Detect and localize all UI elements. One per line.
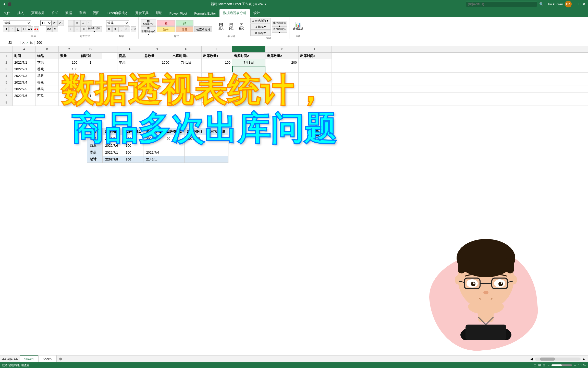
cell-j1[interactable]: 出库时间2 bbox=[232, 53, 265, 59]
cell-h2[interactable]: 7月1日 bbox=[171, 59, 202, 66]
col-header-h[interactable]: H bbox=[171, 46, 202, 52]
tab-data[interactable]: 数据 bbox=[62, 9, 76, 17]
pivot-t2-total[interactable]: 2145/... bbox=[143, 156, 164, 163]
tab-review[interactable]: 审阅 bbox=[76, 9, 89, 17]
pivot-q1-total[interactable]: 300 bbox=[123, 156, 143, 163]
title-bar-tools[interactable]: ⬛ bbox=[7, 2, 11, 6]
align-center-button[interactable]: ≡ bbox=[74, 26, 80, 32]
cell-i2[interactable]: 100 bbox=[202, 59, 232, 66]
tab-pivot-analyze[interactable]: 数据透视表分析 bbox=[219, 9, 250, 17]
decrease-font-button[interactable]: A↓ bbox=[58, 20, 64, 26]
cell-b4[interactable]: 苹果 bbox=[36, 73, 59, 79]
zoom-slider[interactable] bbox=[552, 364, 572, 366]
col-header-g[interactable]: G bbox=[143, 46, 171, 52]
wrap-text-button[interactable]: ↵ bbox=[87, 20, 92, 26]
tab-excel-learn[interactable]: Excel自学成才 bbox=[103, 9, 132, 17]
cell-b8[interactable] bbox=[36, 99, 59, 106]
italic-button[interactable]: I bbox=[9, 26, 15, 32]
increase-decimal-button[interactable]: .0→ bbox=[125, 26, 130, 32]
cell-a2[interactable]: 2022/7/1 bbox=[13, 59, 36, 66]
window-close[interactable]: ✕ bbox=[582, 2, 585, 6]
font-color-button[interactable]: A▼ bbox=[34, 26, 39, 32]
tab-help[interactable]: 帮助 bbox=[152, 9, 166, 17]
number-format-select[interactable]: 常规 bbox=[106, 20, 129, 26]
tab-formula-editor[interactable]: Formula Editor bbox=[191, 10, 219, 17]
pivot-label-total[interactable]: 总计 bbox=[87, 156, 103, 163]
analysis-button[interactable]: 📊 分析数据 bbox=[291, 21, 305, 31]
window-minimize[interactable]: − bbox=[574, 2, 576, 6]
cell-a3[interactable]: 2022/7/1 bbox=[13, 66, 36, 72]
align-bottom-button[interactable]: ⊥ bbox=[80, 20, 86, 26]
cell-g2[interactable]: 1000 bbox=[143, 59, 171, 66]
zoom-out-button[interactable]: − bbox=[547, 363, 549, 367]
col-header-j[interactable]: J bbox=[232, 46, 265, 52]
clear-button[interactable]: ✕ 清除▼ bbox=[250, 30, 271, 36]
autosum-button[interactable]: Σ 自动求和▼ bbox=[250, 18, 271, 24]
sheet-first-button[interactable]: ◀◀ bbox=[2, 357, 6, 361]
format-as-table-button[interactable]: ⊞ 套用表格格式▼ bbox=[141, 26, 156, 33]
sort-filter-button[interactable]: 排序和筛选▼ bbox=[272, 21, 287, 27]
percent-button[interactable]: % bbox=[112, 26, 118, 32]
fill-color-button[interactable]: A▼ bbox=[28, 26, 33, 32]
sheet-tab-sheet2[interactable]: Sheet2 bbox=[38, 355, 57, 362]
increase-font-button[interactable]: A↑ bbox=[52, 20, 58, 26]
cell-b1[interactable]: 物品 bbox=[36, 53, 59, 59]
col-header-b[interactable]: B bbox=[36, 46, 59, 52]
scroll-right-button[interactable]: ▶ bbox=[583, 357, 585, 361]
cell-a4[interactable]: 2022/7/3 bbox=[13, 73, 36, 79]
cell-c2[interactable]: 100 bbox=[59, 59, 79, 66]
sheet-prev-button[interactable]: ◀ bbox=[7, 357, 9, 361]
pivot-t1-total[interactable]: 2267/7/8 bbox=[103, 156, 123, 163]
tab-page-layout[interactable]: 页面布局 bbox=[28, 9, 48, 17]
cell-b3[interactable]: 香蕉 bbox=[36, 66, 59, 72]
name-box[interactable]: J3 bbox=[0, 41, 20, 44]
cell-b2[interactable]: 苹果 bbox=[36, 59, 59, 66]
cell-b5[interactable]: 香蕉 bbox=[36, 79, 59, 86]
tab-formula[interactable]: 公式 bbox=[48, 9, 62, 17]
window-maximize[interactable]: □ bbox=[578, 2, 580, 6]
view-layout-button[interactable]: ⊞ bbox=[538, 363, 541, 367]
tab-developer[interactable]: 开发工具 bbox=[132, 9, 152, 17]
tab-view[interactable]: 视图 bbox=[89, 9, 103, 17]
border-button[interactable]: ⊡ bbox=[21, 26, 27, 32]
cell-k2[interactable]: 200 bbox=[265, 59, 299, 66]
col-header-a[interactable]: A bbox=[13, 46, 36, 52]
tab-design[interactable]: 设计 bbox=[250, 9, 264, 17]
cell-b7[interactable]: 西瓜 bbox=[36, 93, 59, 99]
dropdown-icon[interactable]: ▾ bbox=[265, 3, 266, 6]
col-header-c[interactable]: C bbox=[59, 46, 79, 52]
fill-button[interactable]: ⬇ 填充▼ bbox=[250, 24, 271, 30]
cell-h1[interactable]: 出库时间1 bbox=[171, 53, 202, 59]
cancel-formula-icon[interactable]: ✕ bbox=[22, 41, 25, 45]
sheet-tab-sheet1[interactable]: Sheet1 bbox=[20, 355, 38, 362]
cell-a6[interactable]: 2022/7/5 bbox=[13, 86, 36, 92]
pivot-qty-total[interactable] bbox=[205, 156, 228, 163]
align-top-button[interactable]: ⊤ bbox=[68, 20, 74, 26]
decrease-decimal-button[interactable]: ←.0 bbox=[131, 26, 136, 32]
bold-button[interactable]: B bbox=[3, 26, 9, 32]
find-select-button[interactable]: 查找和选择▼ bbox=[272, 27, 287, 33]
cell-a5[interactable]: 2022/7/4 bbox=[13, 79, 36, 86]
cell-d1[interactable]: 辅助列 bbox=[79, 53, 102, 59]
align-left-button[interactable]: ⇤ bbox=[68, 26, 74, 32]
cell-i1[interactable]: 出库数量1 bbox=[202, 53, 232, 59]
cell-j2[interactable]: 7月3日 bbox=[232, 59, 265, 66]
align-right-button[interactable]: ⇥ bbox=[80, 26, 86, 32]
conditional-format-button[interactable]: ▦ 条件格式▼ bbox=[141, 19, 156, 26]
sheet-last-button[interactable]: ▶▶ bbox=[14, 357, 18, 361]
user-avatar[interactable]: HK bbox=[565, 1, 572, 7]
cell-b6[interactable]: 苹果 bbox=[36, 86, 59, 92]
delete-cell-button[interactable]: ⊟ 删除 bbox=[227, 21, 236, 31]
align-middle-button[interactable]: ≡ bbox=[74, 20, 80, 26]
view-normal-button[interactable]: ⊡ bbox=[534, 363, 536, 367]
pivot-q2-total[interactable] bbox=[164, 156, 184, 163]
cell-c1[interactable]: 数量 bbox=[59, 53, 79, 59]
cell-g1[interactable]: 总数量 bbox=[143, 53, 171, 59]
col-header-e[interactable]: E bbox=[102, 46, 117, 52]
cell-e2[interactable] bbox=[102, 59, 117, 66]
cell-a1[interactable]: 时间 bbox=[13, 53, 36, 59]
col-header-k[interactable]: K bbox=[265, 46, 299, 52]
strikethrough-button[interactable]: S bbox=[52, 26, 58, 32]
tab-file[interactable]: 文件 bbox=[0, 9, 14, 17]
font-name-select[interactable]: 等线 bbox=[3, 20, 31, 26]
